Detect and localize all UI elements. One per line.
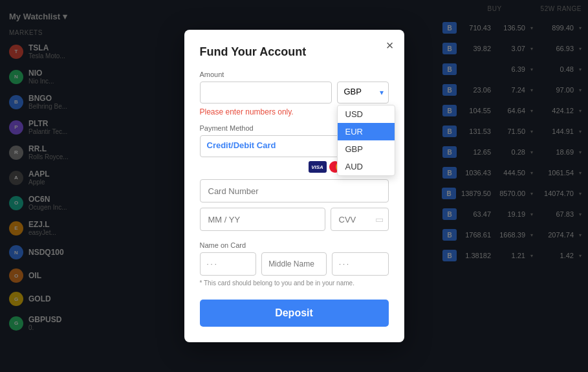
currency-option-eur[interactable]: EUR (338, 123, 395, 140)
cvv-wrapper: ▭ (331, 208, 389, 231)
close-button[interactable]: × (386, 39, 394, 52)
amount-label: Amount (200, 71, 389, 78)
currency-option-aud[interactable]: AUD (338, 158, 395, 175)
amount-row: GBP ▾ USD EUR GBP AUD (200, 82, 389, 104)
name-row (200, 252, 389, 276)
modal-overlay: Fund Your Account × Amount GBP ▾ USD EUR… (0, 0, 588, 372)
visa-icon: VISA (309, 161, 327, 173)
modal-title: Fund Your Account (200, 45, 389, 59)
currency-select-wrapper: GBP ▾ USD EUR GBP AUD (337, 82, 389, 104)
card-disclaimer: * This card should belong to you and be … (200, 279, 389, 287)
fund-account-modal: Fund Your Account × Amount GBP ▾ USD EUR… (184, 30, 404, 342)
last-name-input[interactable] (332, 252, 389, 276)
amount-input[interactable] (200, 82, 332, 104)
currency-display[interactable]: GBP (337, 82, 389, 104)
expiry-input[interactable] (200, 208, 325, 231)
currency-option-gbp[interactable]: GBP (338, 140, 395, 158)
currency-dropdown[interactable]: USD EUR GBP AUD (337, 105, 395, 176)
card-number-input[interactable] (200, 179, 389, 202)
middle-name-input[interactable] (261, 252, 327, 276)
deposit-button[interactable]: Deposit (200, 300, 389, 327)
first-name-input[interactable] (200, 252, 257, 276)
cvv-card-icon: ▭ (375, 214, 384, 224)
currency-option-usd[interactable]: USD (338, 105, 395, 123)
expiry-cvv-row: ▭ (200, 208, 389, 231)
name-on-card-label: Name on Card (200, 241, 389, 249)
